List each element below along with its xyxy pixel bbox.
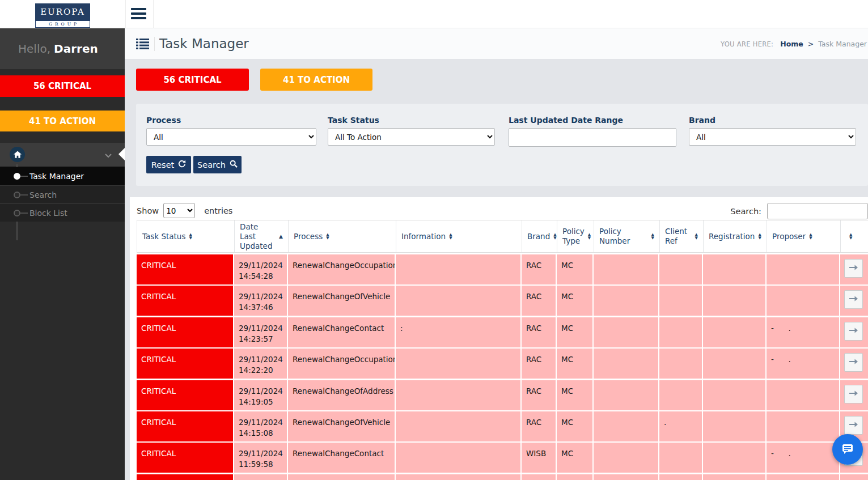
column-label: Task Status bbox=[142, 232, 185, 241]
filter-search-button[interactable]: Search bbox=[193, 156, 242, 173]
sidebar-item-search[interactable]: Search bbox=[0, 185, 125, 203]
greeting-prefix: Hello, bbox=[18, 42, 50, 56]
breadcrumb-home-link[interactable]: Home bbox=[780, 40, 803, 48]
column-header-actions[interactable]: ▲▼ bbox=[841, 220, 868, 252]
column-header-policy-number[interactable]: Policy Number▲▼ bbox=[594, 220, 660, 252]
arrow-right-icon bbox=[849, 389, 858, 400]
table-search-control: Search: bbox=[730, 203, 868, 219]
cell-information: : bbox=[396, 317, 522, 347]
row-open-button[interactable] bbox=[844, 385, 863, 403]
table-search-label: Search: bbox=[730, 207, 761, 216]
reset-label: Reset bbox=[151, 160, 175, 169]
cell-registration bbox=[703, 474, 767, 480]
top-bar: EUROPA GROUP bbox=[0, 0, 868, 28]
main-content: 56 CRITICAL 41 TO ACTION Process All Tas… bbox=[125, 60, 868, 480]
cell-status: CRITICAL bbox=[137, 286, 234, 316]
column-header-information[interactable]: Information▲▼ bbox=[396, 220, 522, 252]
cell-process: RenewalChangeOfVehicle bbox=[288, 411, 396, 441]
sidebar-to-action-button[interactable]: 41 TO ACTION bbox=[0, 111, 125, 131]
column-header-process[interactable]: Process▲▼ bbox=[289, 220, 396, 252]
process-select[interactable]: All bbox=[146, 128, 316, 146]
column-header-registration[interactable]: Registration▲▼ bbox=[704, 220, 767, 252]
cell-brand: RAC bbox=[522, 254, 557, 284]
row-open-button[interactable] bbox=[844, 290, 863, 309]
cell-information bbox=[396, 474, 522, 480]
to-action-summary-button[interactable]: 41 TO ACTION bbox=[260, 69, 372, 91]
cell-information bbox=[396, 380, 522, 410]
page-title: Task Manager bbox=[159, 28, 249, 60]
sort-icon: ▲▼ bbox=[695, 233, 698, 240]
cell-status: CRITICAL bbox=[137, 349, 234, 379]
column-header-task-status[interactable]: Task Status▲▼ bbox=[137, 220, 235, 252]
column-header-policy-type[interactable]: Policy Type▲▼ bbox=[557, 220, 594, 252]
tree-connector bbox=[20, 194, 28, 196]
sidebar-home-row[interactable] bbox=[0, 143, 125, 166]
cell-proposer: - . bbox=[767, 349, 840, 379]
arrow-right-icon bbox=[849, 263, 858, 274]
brand-select[interactable]: All bbox=[689, 128, 856, 146]
entries-label: entries bbox=[204, 206, 232, 215]
table-search-input[interactable] bbox=[767, 203, 868, 219]
sidebar-item-block-list[interactable]: Block List bbox=[0, 203, 125, 222]
table-row: CRITICAL29/11/202414:54:28RenewalChangeO… bbox=[137, 254, 868, 284]
chevron-down-icon[interactable] bbox=[105, 151, 112, 160]
sidebar-critical-button[interactable]: 56 CRITICAL bbox=[0, 75, 125, 97]
cell-status: CRITICAL bbox=[137, 317, 234, 347]
sort-icon: ▲▼ bbox=[553, 233, 556, 240]
breadcrumb-separator: > bbox=[808, 40, 814, 48]
cell-process: RenewalChangeOfAddress bbox=[288, 380, 396, 410]
row-open-button[interactable] bbox=[844, 353, 863, 372]
cell-action bbox=[840, 380, 868, 410]
date-range-input[interactable] bbox=[509, 128, 676, 147]
home-icon[interactable] bbox=[10, 147, 25, 162]
cell-client-ref bbox=[659, 380, 703, 410]
cell-policy-type bbox=[557, 474, 594, 480]
cell-brand: RAC bbox=[522, 411, 557, 441]
row-open-button[interactable] bbox=[844, 322, 863, 341]
cell-registration bbox=[703, 380, 767, 410]
cell-action bbox=[840, 317, 868, 347]
cell-process: RenewalChangeContact bbox=[288, 317, 396, 347]
show-label: Show bbox=[137, 206, 159, 215]
row-open-button[interactable] bbox=[844, 416, 863, 435]
sidebar-item-task-manager[interactable]: Task Manager bbox=[0, 167, 125, 185]
reset-button[interactable]: Reset bbox=[146, 156, 191, 173]
cell-process: RenewalChangeContact bbox=[288, 443, 396, 473]
cell-status: CRITICAL bbox=[137, 380, 234, 410]
table-rows: CRITICAL29/11/202414:54:28RenewalChangeO… bbox=[137, 254, 868, 480]
sidebar-menu: Task Manager Search Block List bbox=[0, 167, 125, 222]
cell-proposer bbox=[767, 380, 840, 410]
cell-date bbox=[234, 474, 288, 480]
sort-icon: ▲▼ bbox=[449, 233, 452, 240]
cell-information bbox=[396, 443, 522, 473]
table-row: CRITICAL29/11/202411:59:58RenewalChangeC… bbox=[137, 443, 868, 473]
cell-information bbox=[396, 286, 522, 316]
row-open-button[interactable] bbox=[844, 259, 863, 278]
task-status-label: Task Status bbox=[328, 116, 379, 125]
cell-date: 29/11/202414:37:46 bbox=[234, 286, 288, 316]
cell-status: CRITICAL bbox=[137, 474, 234, 480]
column-header-client-ref[interactable]: Client Ref▲▼ bbox=[660, 220, 704, 252]
task-status-select[interactable]: All To Action bbox=[328, 128, 495, 146]
hamburger-icon[interactable] bbox=[131, 8, 146, 20]
cell-proposer bbox=[767, 254, 840, 284]
cell-registration bbox=[703, 286, 767, 316]
refresh-icon bbox=[178, 160, 186, 169]
column-header-date-last-updated[interactable]: Date Last Updated▲ bbox=[235, 220, 289, 252]
sort-icon: ▲▼ bbox=[849, 233, 852, 240]
cell-information bbox=[396, 411, 522, 441]
cell-proposer: - . bbox=[767, 443, 840, 473]
active-pointer bbox=[118, 148, 125, 160]
date-range-label: Last Updated Date Range bbox=[509, 116, 623, 125]
cell-date: 29/11/202414:54:28 bbox=[234, 254, 288, 284]
cell-registration bbox=[703, 317, 767, 347]
column-header-proposer[interactable]: Proposer▲▼ bbox=[767, 220, 841, 252]
table-header-row: Task Status▲▼Date Last Updated▲Process▲▼… bbox=[137, 220, 868, 253]
tree-connector bbox=[20, 176, 28, 177]
cell-brand bbox=[522, 474, 557, 480]
critical-summary-button[interactable]: 56 CRITICAL bbox=[136, 69, 249, 91]
chat-bubble-button[interactable] bbox=[832, 434, 863, 465]
column-header-brand[interactable]: Brand▲▼ bbox=[522, 220, 557, 252]
page-size-select[interactable]: 10 bbox=[163, 203, 195, 218]
table-panel: Show 10 entries Search: Task Status▲▼Dat… bbox=[130, 197, 868, 480]
